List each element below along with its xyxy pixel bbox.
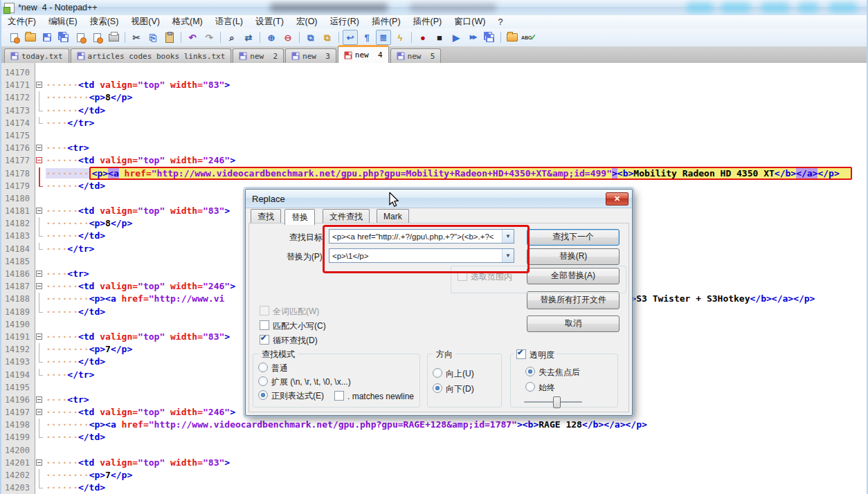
find-what-combobox[interactable]: <p><a href="http://.+?/gpu\.php.+?">(<b>…	[329, 229, 514, 244]
function-list-icon[interactable]: ϟ	[392, 30, 408, 45]
code-line[interactable]: 14171······<td valign="top" width="83">	[1, 79, 867, 91]
fold-toggle-icon[interactable]	[35, 142, 46, 154]
replace-with-combobox[interactable]: <p>\1</p> ▼	[329, 248, 514, 263]
menu-item[interactable]: 搜索(S)	[84, 15, 125, 28]
menu-item[interactable]: 设置(T)	[249, 15, 290, 28]
redo-icon[interactable]: ↷	[201, 30, 217, 45]
macro-stop-icon[interactable]: ■	[432, 30, 447, 45]
code-line[interactable]: 14177······<td valign="top" width="246">	[1, 154, 867, 167]
paste-icon[interactable]	[162, 30, 177, 45]
undo-icon[interactable]: ↶	[185, 30, 200, 45]
fold-toggle-icon[interactable]	[35, 394, 46, 406]
code-line[interactable]: 14199······</td>	[1, 431, 867, 443]
fold-toggle-icon[interactable]	[35, 268, 46, 280]
find-next-button[interactable]: 查找下一个	[527, 229, 620, 246]
menu-item[interactable]: 插件(P)	[407, 15, 449, 28]
tab-new-2[interactable]: new 2	[233, 48, 284, 63]
menu-item[interactable]: 视图(V)	[125, 15, 166, 28]
print-icon[interactable]	[106, 30, 121, 45]
transparency-checkbox[interactable]: 透明度	[514, 349, 557, 361]
menu-item[interactable]: 运行(R)	[324, 15, 365, 28]
sync-scroll-v-icon[interactable]: ⧉	[303, 30, 318, 45]
menu-item[interactable]: 窗口(W)	[448, 15, 491, 28]
matches-newline-checkbox[interactable]: . matches newline	[334, 391, 414, 401]
code-line[interactable]: 14203······</td>	[1, 482, 867, 494]
dialog-title-bar[interactable]: Replace	[246, 190, 632, 208]
spell-check-icon[interactable]: ABC✓	[521, 30, 536, 45]
tab-new-3[interactable]: new 3	[285, 48, 336, 63]
dialog-close-button[interactable]: ✕	[606, 192, 629, 205]
fold-toggle-icon[interactable]	[35, 154, 46, 167]
tab-find[interactable]: 查找	[251, 209, 281, 223]
chevron-down-icon[interactable]: ▼	[502, 249, 514, 262]
save-icon[interactable]	[39, 30, 55, 45]
cancel-button[interactable]: 取消	[527, 315, 620, 332]
tab-new-5[interactable]: new 5	[390, 48, 442, 63]
macro-play-icon[interactable]: ▶	[449, 30, 464, 45]
tab-replace[interactable]: 替换	[284, 209, 315, 225]
zoom-out-icon[interactable]: ⊖	[280, 30, 296, 45]
close-all-icon[interactable]	[89, 30, 105, 45]
find-icon[interactable]: ⌕	[224, 30, 239, 45]
menu-item[interactable]: 文件(F)	[1, 15, 42, 28]
word-wrap-icon[interactable]: ↩	[343, 30, 358, 45]
tab-mark[interactable]: Mark	[377, 209, 409, 223]
fold-toggle-icon[interactable]	[35, 205, 46, 217]
direction-up-radio[interactable]: 向上(U)	[433, 368, 474, 380]
fold-toggle-icon[interactable]	[35, 79, 46, 91]
tab-find-in-files[interactable]: 文件查找	[323, 209, 370, 223]
fold-toggle-icon[interactable]	[35, 280, 46, 293]
find-what-value[interactable]: <p><a href="http://.+?/gpu\.php.+?">(<b>…	[329, 232, 502, 241]
show-symbol-icon[interactable]: ¶	[359, 30, 374, 45]
cut-icon[interactable]: ✂	[129, 30, 144, 45]
code-line[interactable]: 14178········<p><a href="http://www.vide…	[1, 167, 867, 180]
menu-item[interactable]: ?	[491, 17, 509, 28]
search-mode-regex-radio[interactable]: 正则表达式(E)	[258, 390, 324, 402]
replace-with-value[interactable]: <p>\1</p>	[329, 252, 502, 260]
code-line[interactable]: 14173······</td>	[1, 104, 867, 117]
open-file-icon[interactable]	[23, 30, 38, 45]
code-line[interactable]: 14201······<td valign="top" width="83">	[1, 457, 867, 469]
code-line[interactable]: 14174····</tr>	[1, 117, 867, 129]
replace-icon[interactable]: ⇄	[241, 30, 256, 45]
transparency-slider[interactable]	[524, 396, 582, 407]
menu-item[interactable]: 格式(M)	[166, 15, 209, 28]
fold-toggle-icon[interactable]	[35, 457, 46, 469]
code-line[interactable]: 14172········<p>8</p>	[1, 91, 867, 104]
slider-thumb[interactable]	[553, 396, 561, 408]
zoom-in-icon[interactable]: ⊕	[264, 30, 279, 45]
macro-record-icon[interactable]: ●	[415, 30, 431, 45]
code-line[interactable]: 14176····<tr>	[1, 142, 867, 154]
fold-toggle-icon[interactable]	[35, 331, 46, 343]
tab-articles-codes-books-links.txt[interactable]: articles codes books links.txt	[71, 48, 232, 63]
code-line[interactable]: 14200	[1, 444, 867, 457]
tab-new-4[interactable]: new 4	[338, 45, 389, 63]
transparency-always-radio[interactable]: 始终	[525, 382, 555, 394]
in-selection-checkbox[interactable]: 选取范围内	[458, 271, 512, 283]
fold-toggle-icon[interactable]	[35, 406, 46, 419]
macro-save-icon[interactable]	[482, 30, 497, 45]
copy-icon[interactable]: ⎘	[145, 30, 161, 45]
code-line[interactable]: 14170	[1, 66, 867, 79]
sync-scroll-h-icon[interactable]: ⧉	[320, 30, 335, 45]
code-line[interactable]: 14198········<p><a href="http://www.vide…	[1, 419, 867, 431]
whole-word-checkbox[interactable]: 全词匹配(W)	[260, 306, 319, 318]
menu-item[interactable]: 插件(P)	[365, 15, 407, 28]
save-all-icon[interactable]	[56, 30, 71, 45]
wrap-around-checkbox[interactable]: 循环查找(D)	[260, 335, 318, 347]
chevron-down-icon[interactable]: ▼	[502, 230, 514, 243]
close-icon[interactable]	[73, 30, 88, 45]
direction-down-radio[interactable]: 向下(D)	[433, 383, 474, 395]
tab-today.txt[interactable]: today.txt	[4, 48, 69, 63]
search-mode-normal-radio[interactable]: 普通	[258, 363, 288, 374]
new-file-icon[interactable]	[6, 30, 21, 45]
transparency-on-losing-focus-radio[interactable]: 失去焦点后	[525, 367, 580, 378]
indent-guide-icon[interactable]: ≣	[376, 30, 391, 45]
code-line[interactable]: 14202········<p>7</p>	[1, 469, 867, 482]
search-mode-extended-radio[interactable]: 扩展 (\n, \r, \t, \0, \x...)	[258, 376, 351, 388]
replace-button[interactable]: 替换(R)	[527, 248, 620, 265]
replace-all-open-docs-button[interactable]: 替换所有打开文件	[527, 291, 620, 309]
menu-item[interactable]: 宏(O)	[290, 15, 324, 28]
menu-item[interactable]: 编辑(E)	[42, 15, 84, 28]
menu-item[interactable]: 语言(L)	[209, 15, 249, 28]
